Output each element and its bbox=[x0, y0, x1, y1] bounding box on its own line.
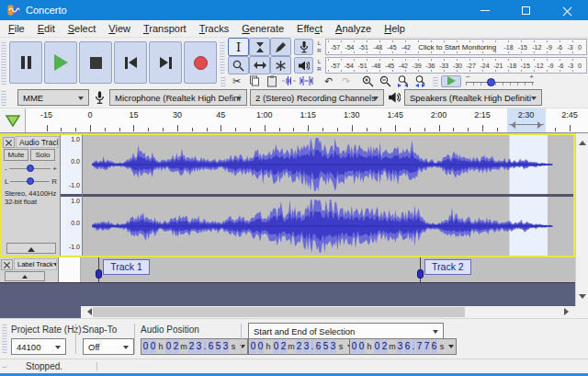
playback-meter-speaker-button[interactable] bbox=[294, 57, 313, 74]
menu-transport[interactable]: Transport bbox=[137, 20, 193, 37]
transport-toolbar-grip[interactable] bbox=[1, 40, 6, 85]
playback-speed-slider[interactable]: − + bbox=[464, 74, 536, 87]
snap-to-select[interactable]: Off bbox=[83, 338, 134, 355]
silence-audio-button[interactable] bbox=[298, 75, 315, 87]
timeline-ruler[interactable]: -1501530451:001:151:301:452:002:152:302:… bbox=[26, 108, 588, 132]
label-track-content[interactable]: Track 1Track 2 bbox=[81, 257, 575, 282]
zoom-out-icon bbox=[379, 75, 391, 87]
minimize-button[interactable] bbox=[464, 0, 505, 20]
fit-selection-button[interactable] bbox=[394, 75, 412, 87]
paste-icon bbox=[266, 75, 277, 87]
menu-effect[interactable]: Effect bbox=[290, 20, 329, 37]
play-button[interactable] bbox=[44, 41, 77, 84]
zoom-out-button[interactable] bbox=[377, 75, 394, 87]
playback-meter[interactable]: -57-54-51-48-45-42-39-36-33-30-27-24-21-… bbox=[325, 57, 587, 74]
ruler-label: 2:30 bbox=[513, 110, 540, 120]
menu-tracks[interactable]: Tracks bbox=[193, 20, 236, 37]
menu-select[interactable]: Select bbox=[62, 20, 103, 37]
field-dropdown-arrow[interactable] bbox=[448, 345, 454, 351]
multi-tool-button[interactable] bbox=[270, 56, 291, 74]
label-track-title-menu[interactable]: Label Track bbox=[14, 258, 57, 270]
play-at-speed-button[interactable] bbox=[441, 75, 461, 87]
label-track-close-button[interactable] bbox=[1, 259, 13, 270]
recording-channels-select[interactable]: 2 (Stereo) Recording Channels bbox=[250, 89, 384, 106]
device-toolbar-grip[interactable] bbox=[1, 90, 6, 106]
fit-selection-icon bbox=[397, 75, 409, 87]
scroll-left-arrow[interactable] bbox=[84, 308, 92, 315]
waveform-display[interactable] bbox=[83, 135, 573, 256]
menu-help[interactable]: Help bbox=[378, 20, 412, 37]
pause-button[interactable] bbox=[9, 41, 42, 84]
gain-slider[interactable]: - + bbox=[2, 162, 60, 175]
collapse-icon bbox=[22, 272, 28, 279]
close-button[interactable] bbox=[547, 0, 588, 20]
edit-toolbar-grip[interactable] bbox=[220, 76, 226, 86]
meter-scale-number: -3 bbox=[568, 44, 573, 51]
cut-button[interactable]: ✂ bbox=[228, 75, 245, 87]
audio-host-select[interactable]: MME bbox=[17, 89, 89, 106]
audio-track-close-button[interactable] bbox=[3, 137, 15, 148]
selection-toolbar-grip[interactable] bbox=[2, 325, 7, 353]
record-button[interactable] bbox=[184, 41, 217, 84]
envelope-tool-button[interactable] bbox=[249, 38, 270, 56]
skip-to-end-button[interactable] bbox=[149, 41, 182, 84]
menu-file[interactable]: File bbox=[2, 20, 31, 37]
label-track-collapse-button[interactable] bbox=[5, 271, 45, 281]
mute-button[interactable]: Mute bbox=[4, 149, 28, 161]
scroll-down-arrow[interactable] bbox=[579, 294, 586, 302]
ruler-label: 1:30 bbox=[338, 110, 366, 120]
audio-track-title-menu[interactable]: Audio Track bbox=[16, 136, 59, 148]
menu-view[interactable]: View bbox=[102, 20, 137, 37]
timeline-pin-button[interactable] bbox=[0, 108, 26, 132]
gain-slider-thumb[interactable] bbox=[27, 165, 34, 172]
horizontal-scroll-thumb[interactable] bbox=[93, 307, 465, 317]
recording-meter-mic-button[interactable] bbox=[294, 39, 313, 55]
zoom-tool-button[interactable] bbox=[228, 56, 249, 74]
waveform-left-channel[interactable] bbox=[83, 135, 573, 194]
recording-device-select[interactable]: Microphone (Realtek High Defini bbox=[109, 89, 247, 106]
redo-button[interactable]: ↷ bbox=[337, 75, 355, 87]
recording-meter[interactable]: -57-54-51-48-45-42Click to Start Monitor… bbox=[325, 39, 587, 55]
envelope-tool-icon bbox=[254, 41, 266, 53]
maximize-button[interactable] bbox=[505, 0, 547, 20]
monitoring-prompt[interactable]: Click to Start Monitoring bbox=[415, 43, 499, 51]
stop-button[interactable] bbox=[79, 41, 112, 84]
playback-device-select[interactable]: Speakers (Realtek High Definiti bbox=[404, 89, 542, 106]
label-marker-pin[interactable] bbox=[96, 269, 102, 279]
label-text[interactable]: Track 2 bbox=[424, 259, 471, 275]
copy-button[interactable] bbox=[245, 75, 263, 87]
skip-to-start-button[interactable] bbox=[114, 41, 147, 84]
selection-range-mode-select[interactable]: Start and End of Selection bbox=[248, 323, 444, 339]
scroll-up-arrow[interactable] bbox=[579, 137, 586, 145]
waveform-right-channel[interactable] bbox=[83, 197, 573, 256]
label-marker-pin[interactable] bbox=[417, 269, 424, 279]
draw-tool-button[interactable] bbox=[270, 38, 291, 56]
solo-button[interactable]: Solo bbox=[30, 149, 55, 161]
selection-start-field[interactable]: 00h02m23.653s bbox=[248, 338, 356, 355]
audio-position-field[interactable]: 00h02m23.653s bbox=[141, 338, 248, 355]
undo-button[interactable]: ↶ bbox=[320, 75, 337, 87]
paste-button[interactable] bbox=[263, 75, 280, 87]
label-text[interactable]: Track 1 bbox=[103, 259, 150, 275]
pan-slider[interactable]: L R bbox=[2, 175, 60, 188]
cut-icon: ✂ bbox=[232, 76, 241, 86]
scroll-right-arrow[interactable] bbox=[564, 308, 572, 315]
menu-edit[interactable]: Edit bbox=[31, 20, 62, 37]
selection-tool-button[interactable]: I bbox=[228, 38, 249, 56]
menu-analyze[interactable]: Analyze bbox=[329, 20, 378, 37]
scale-value: 0.0 bbox=[71, 158, 80, 165]
audio-track-collapse-button[interactable] bbox=[6, 243, 56, 254]
menu-generate[interactable]: Generate bbox=[235, 20, 290, 37]
trim-audio-button[interactable] bbox=[280, 75, 298, 87]
play-at-speed-grip[interactable] bbox=[433, 76, 438, 86]
horizontal-scrollbar[interactable] bbox=[81, 306, 575, 318]
pan-slider-thumb[interactable] bbox=[27, 177, 34, 185]
draw-tool-icon bbox=[275, 41, 287, 53]
project-rate-select[interactable]: 44100 bbox=[11, 338, 66, 355]
selection-end-field[interactable]: 00h02m36.776s bbox=[349, 338, 457, 355]
time-shift-tool-button[interactable] bbox=[249, 56, 270, 74]
tools-toolbar-grip[interactable] bbox=[220, 40, 225, 74]
vertical-scrollbar[interactable] bbox=[575, 133, 588, 306]
zoom-in-button[interactable] bbox=[359, 75, 377, 87]
fit-project-button[interactable] bbox=[412, 75, 429, 87]
